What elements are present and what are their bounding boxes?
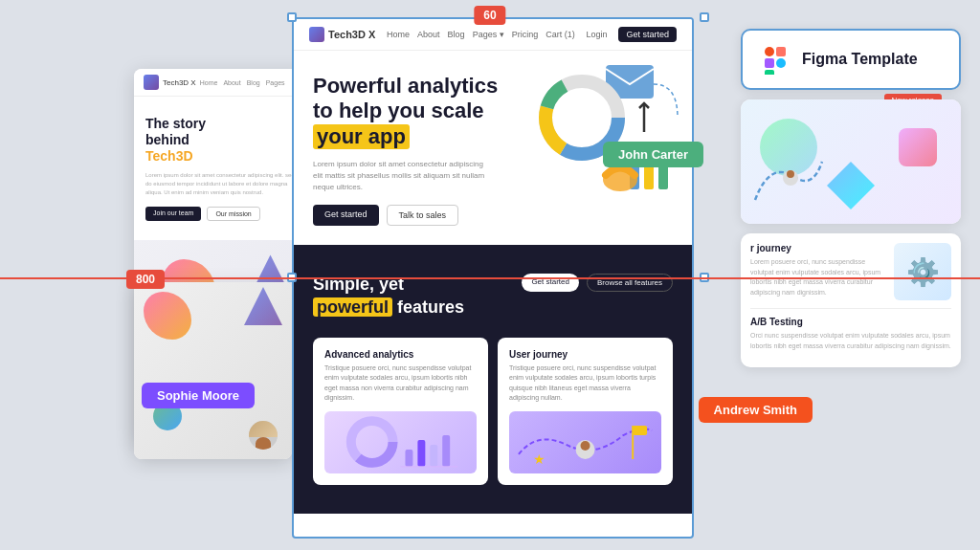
ab-title: A/B Testing [750,317,951,327]
svg-rect-11 [405,450,412,467]
svg-rect-12 [417,440,425,467]
feature-cards: Advanced analytics Tristique posuere orc… [313,338,673,485]
hero-description: Lorem ipsum dolor sit amet consectetur a… [313,159,485,193]
andrew-smith-badge: Andrew Smith [699,397,813,423]
svg-rect-23 [765,58,774,68]
svg-rect-22 [776,47,786,56]
svg-rect-7 [658,165,668,189]
left-mockup-hero: The story behind Tech3D Lorem ipsum dolo… [134,97,311,240]
journey-small-visual: ⚙️ [894,243,951,300]
svg-text:★: ★ [533,451,546,467]
left-hero-desc: Lorem ipsum dolor sit amet consectetur a… [145,171,300,197]
sophie-panel [134,282,292,459]
get-started-btn[interactable]: Get started [618,27,677,42]
left-mockup-header: Tech3D X Home About Blog Pages [134,69,311,97]
sophie-moore-badge: Sophie Moore [142,383,255,408]
right-journey-card [741,99,961,224]
journey-title: r journey [750,243,886,253]
figma-icon [760,44,791,75]
svg-point-17 [581,441,590,451]
handle-top-right[interactable] [700,12,709,22]
svg-rect-14 [442,435,450,467]
right-ab-card: r journey Lorem posuere orci, nunc suspe… [741,233,961,367]
hero-get-started-btn[interactable]: Get started [313,205,379,226]
site-header-actions: Login Get started [586,27,677,42]
hero-illustration [520,55,687,213]
sophie-shape1 [144,292,191,340]
right-panel: Figma Template New release r journey [741,29,961,367]
selection-badge-top: 60 [474,6,505,25]
svg-rect-24 [765,70,774,75]
figma-template-card: Figma Template [741,29,961,90]
journey-visual: ★ [509,411,661,473]
right-journey-bg [741,99,961,224]
left-mission-btn[interactable]: Our mission [207,207,259,221]
svg-point-27 [787,170,794,178]
selection-badge-left: 800 [126,270,165,289]
canvas: 60 800 Tech3D X Home About Blog Pages Th… [0,0,980,550]
left-mockup-nav: Home About Blog Pages [200,79,285,86]
svg-rect-21 [765,47,774,56]
feature-card-journey: User journey Tristique posuere orci, nun… [498,338,673,485]
feature-card-analytics: Advanced analytics Tristique posuere orc… [313,338,488,485]
login-link[interactable]: Login [586,30,607,39]
site-nav: Home About Blog Pages ▾ Pricing Cart (1) [387,30,575,39]
analytics-visual [324,411,477,473]
left-logo-icon [144,75,159,90]
sophie-inner [134,282,292,459]
figma-title: Figma Template [802,51,918,68]
logo-icon [309,27,324,42]
hero-talk-sales-btn[interactable]: Talk to sales [387,205,459,226]
svg-rect-19 [633,426,647,435]
svg-rect-13 [430,445,437,467]
hero-svg [520,55,687,213]
ab-desc: Orci nunc suspendisse volutpat enim vulp… [750,331,951,351]
right-shape3 [827,162,875,209]
hero-title: Powerful analytics to help you scale you… [313,74,504,149]
site-dark-section: Simple, yet powerful features Get starte… [294,245,692,514]
sophie-avatar [249,421,278,450]
handle-top-left[interactable] [287,12,297,22]
left-logo-text: Tech3D X [163,78,196,87]
left-hero-title: The story behind Tech3D [145,116,300,164]
site-logo: Tech3D X [309,27,375,42]
right-shape2 [899,128,937,166]
svg-point-25 [776,58,786,68]
sophie-shape2 [244,287,282,325]
left-join-btn[interactable]: Join our team [145,207,201,221]
left-hero-buttons: Join our team Our mission [145,207,300,221]
john-carter-badge: John Carter [603,142,703,167]
